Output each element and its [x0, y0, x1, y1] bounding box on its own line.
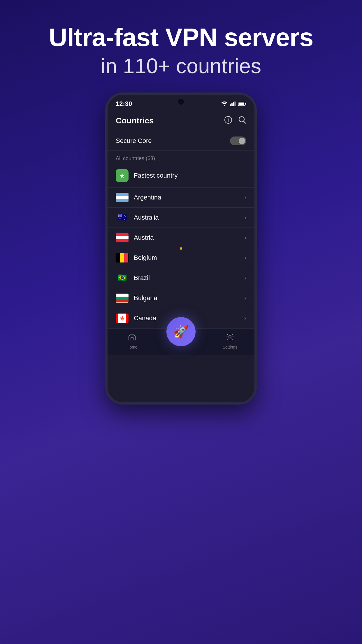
fastest-country-item[interactable]: Fastest country [108, 164, 254, 188]
app-header: Countries [108, 111, 254, 131]
chevron-brazil: › [244, 274, 246, 281]
settings-icon [226, 333, 234, 343]
country-name-argentina: Argentina [134, 194, 244, 201]
home-icon [128, 333, 136, 343]
svg-point-14 [229, 336, 231, 338]
toggle-knob [239, 138, 245, 144]
country-item-belgium[interactable]: Belgium › [108, 248, 254, 268]
flag-austria [116, 233, 129, 242]
flag-brazil: 🇧🇷 [116, 273, 129, 283]
svg-point-0 [224, 105, 225, 106]
hero-subtitle: in 110+ countries [49, 54, 313, 78]
svg-marker-13 [120, 173, 125, 178]
flag-australia: 🇦🇺 [116, 213, 129, 222]
secure-core-toggle[interactable] [230, 136, 246, 145]
flag-bulgaria [116, 293, 129, 303]
chevron-austria: › [244, 234, 246, 241]
country-list: Fastest country Argentina › 🇦🇺 Australia… [108, 164, 254, 328]
country-name-bulgaria: Bulgaria [134, 294, 244, 302]
svg-rect-3 [233, 102, 234, 106]
connect-button[interactable]: 🚀 [166, 317, 196, 346]
info-icon[interactable] [224, 116, 232, 126]
svg-point-10 [228, 118, 229, 118]
app-title: Countries [116, 116, 154, 125]
camera-notch [178, 99, 184, 105]
country-name-belgium: Belgium [134, 254, 244, 262]
wifi-icon [221, 102, 228, 106]
search-icon[interactable] [238, 116, 246, 126]
phone-mockup: 12:30 [105, 92, 257, 405]
fastest-country-icon [116, 169, 129, 182]
country-name-brazil: Brazil [134, 274, 244, 282]
status-icons [221, 102, 246, 106]
country-item-argentina[interactable]: Argentina › [108, 188, 254, 208]
secure-core-label: Secure Core [116, 137, 152, 145]
svg-rect-4 [234, 102, 236, 106]
svg-rect-1 [230, 104, 231, 106]
svg-line-12 [244, 121, 246, 123]
battery-icon [238, 102, 246, 106]
nav-settings[interactable]: Settings [205, 333, 254, 349]
flag-canada: 🍁 [116, 314, 129, 323]
svg-point-11 [239, 117, 244, 122]
settings-label: Settings [223, 345, 238, 349]
home-label: Home [126, 345, 137, 349]
secure-core-row: Secure Core [108, 131, 254, 151]
nav-home[interactable]: Home [108, 333, 157, 349]
bottom-nav: Home Settings 🚀 [108, 328, 254, 355]
country-item-brazil[interactable]: 🇧🇷 Brazil › [108, 268, 254, 288]
countries-section-label: All countries (63) [108, 151, 254, 164]
chevron-argentina: › [244, 194, 246, 201]
fastest-country-name: Fastest country [134, 172, 246, 179]
chevron-bulgaria: › [244, 295, 246, 301]
chevron-canada: › [244, 315, 246, 321]
header-icons [224, 116, 246, 126]
chevron-belgium: › [244, 254, 246, 261]
svg-rect-7 [245, 103, 246, 105]
flag-belgium [116, 253, 129, 262]
hero-title: Ultra-fast VPN servers [49, 23, 313, 52]
country-item-australia[interactable]: 🇦🇺 Australia › [108, 208, 254, 228]
status-time: 12:30 [116, 100, 132, 108]
flag-argentina [116, 193, 129, 202]
signal-icon [230, 102, 236, 106]
hero-section: Ultra-fast VPN servers in 110+ countries [49, 0, 313, 92]
chevron-australia: › [244, 214, 246, 221]
country-item-austria[interactable]: Austria › [108, 228, 254, 248]
country-name-australia: Australia [134, 214, 244, 221]
phone-frame: 12:30 [105, 92, 257, 405]
svg-rect-2 [231, 103, 233, 106]
country-name-austria: Austria [134, 234, 244, 242]
svg-rect-6 [239, 102, 244, 105]
connect-icon: 🚀 [173, 324, 189, 339]
country-item-bulgaria[interactable]: Bulgaria › [108, 288, 254, 308]
